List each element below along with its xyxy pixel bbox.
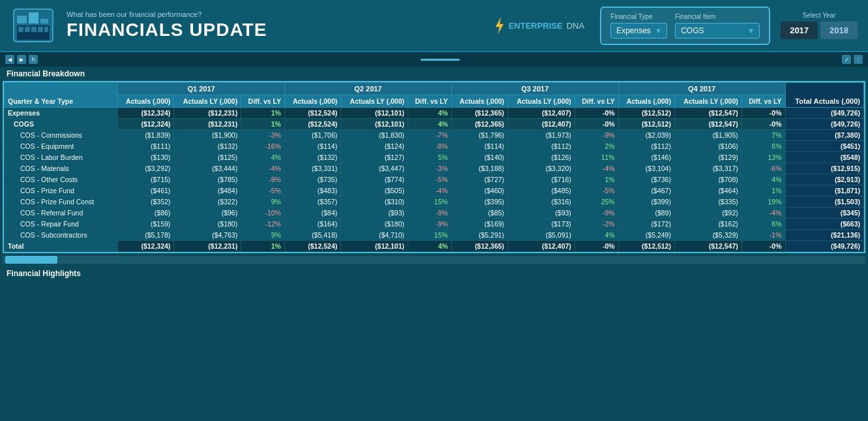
q4-diff-cell: 13% (741, 152, 785, 163)
forward-icon[interactable]: ▶ (17, 55, 26, 64)
q3-ly-cell: ($93) (508, 208, 575, 219)
q2-diff-cell: -8% (408, 141, 452, 152)
year-2017-button[interactable]: 2017 (781, 22, 818, 39)
q4-actuals-cell: ($146) (618, 152, 674, 163)
q1-diff-cell: 1% (241, 241, 285, 252)
q3-header: Q3 2017 (451, 83, 618, 95)
back-icon[interactable]: ◀ (5, 55, 14, 64)
q2-actuals-cell: ($12,524) (284, 119, 340, 130)
q4-ly-cell: ($1,905) (674, 130, 741, 141)
q3-actuals-cell: ($395) (451, 196, 507, 208)
q4-actuals-cell: ($112) (618, 141, 674, 152)
q1-ly-cell: ($96) (174, 208, 241, 219)
row-label-cell: COS - Repair Fund (5, 219, 118, 230)
financial-type-label: Financial Type (610, 13, 667, 20)
q4-diff-cell: 4% (741, 174, 785, 185)
financial-type-select-wrapper: Expenses Revenue Profit ▼ (610, 23, 667, 39)
header-subtitle: What has been our financial performance? (67, 10, 480, 18)
q3-actuals-cell: ($3,188) (451, 163, 507, 174)
q1-header: Q1 2017 (118, 83, 285, 95)
q3-ly-cell: ($485) (508, 185, 575, 196)
row-label-cell: COS - Subcontractors (5, 230, 118, 241)
q4-diff-cell: 6% (741, 219, 785, 230)
total-cell: ($663) (785, 219, 863, 230)
q3-ly-cell: ($112) (508, 141, 575, 152)
q1-ly-cell: ($785) (174, 174, 241, 185)
q2-actuals-cell: ($164) (284, 219, 340, 230)
q1-diff-cell: -4% (241, 163, 285, 174)
q2-diff-header: Diff. vs LY (408, 95, 452, 108)
q1-ly-cell: ($12,231) (174, 108, 241, 119)
year-selector: Select Year 2017 2018 (781, 12, 858, 39)
lightning-icon (490, 16, 509, 35)
q1-actuals-cell: ($159) (118, 219, 174, 230)
q4-ly-cell: ($12,547) (674, 108, 741, 119)
q3-actuals-cell: ($12,365) (451, 108, 507, 119)
total-cell: ($451) (785, 141, 863, 152)
row-label-cell: COS - Other Costs (5, 174, 118, 185)
q4-ly-cell: ($12,547) (674, 241, 741, 252)
top-bar-left-icons: ◀ ▶ ↻ (5, 55, 38, 64)
q1-diff-cell: -16% (241, 141, 285, 152)
financial-item-label: Financial Item (675, 13, 760, 20)
row-label-cell: COS - Materials (5, 163, 118, 174)
q2-actuals-cell: ($84) (284, 208, 340, 219)
q1-ly-cell: ($125) (174, 152, 241, 163)
q2-diff-cell: 4% (408, 241, 452, 252)
q1-ly-cell: ($180) (174, 219, 241, 230)
q1-ly-cell: ($4,763) (174, 230, 241, 241)
refresh-icon[interactable]: ↻ (29, 55, 38, 64)
q3-ly-cell: ($5,091) (508, 230, 575, 241)
q4-actuals-cell: ($12,512) (618, 108, 674, 119)
q3-actuals-cell: ($1,796) (451, 130, 507, 141)
q4-diff-cell: 7% (741, 130, 785, 141)
total-cell: ($12,915) (785, 163, 863, 174)
q3-diff-cell: -4% (575, 163, 618, 174)
q3-actuals-cell: ($727) (451, 174, 507, 185)
row-label-cell: COS - Labor Burden (5, 152, 118, 163)
q4-actuals-cell: ($172) (618, 219, 674, 230)
table-row: COS - Referral Fund ($86) ($96) -10% ($8… (5, 208, 864, 219)
q2-actuals-cell: ($483) (284, 185, 340, 196)
q3-ly-cell: ($12,407) (508, 241, 575, 252)
table-row: COS - Materials ($3,292) ($3,444) -4% ($… (5, 163, 864, 174)
q3-diff-cell: -0% (575, 119, 618, 130)
q4-ly-cell: ($708) (674, 174, 741, 185)
q1-actuals-cell: ($86) (118, 208, 174, 219)
q4-ly-header: Actuals LY (,000) (674, 95, 741, 108)
q1-ly-header: Actuals LY (,000) (174, 95, 241, 108)
q2-ly-cell: ($4,710) (341, 230, 408, 241)
q2-diff-cell: -9% (408, 219, 452, 230)
svg-rect-3 (40, 19, 48, 23)
table-row: COS - Repair Fund ($159) ($180) -12% ($1… (5, 219, 864, 230)
financial-item-control: Financial Item COGS SGA Other ▼ (675, 13, 760, 39)
q4-diff-cell: 1% (741, 185, 785, 196)
q1-diff-cell: -5% (241, 185, 285, 196)
horizontal-scrollbar[interactable] (3, 256, 865, 264)
q2-actuals-cell: ($114) (284, 141, 340, 152)
expand-icon[interactable]: ⤢ (842, 55, 851, 64)
q2-diff-cell: 5% (408, 152, 452, 163)
q4-ly-cell: ($3,317) (674, 163, 741, 174)
row-label-cell: COS - Commissions (5, 130, 118, 141)
q4-actuals-cell: ($467) (618, 185, 674, 196)
table-row: COS - Equipment ($111) ($132) -16% ($114… (5, 141, 864, 152)
q1-diff-cell: 9% (241, 230, 285, 241)
more-icon[interactable]: ⋮ (854, 55, 863, 64)
financial-type-control: Financial Type Expenses Revenue Profit ▼ (610, 13, 667, 39)
q1-diff-cell: 1% (241, 119, 285, 130)
row-label-cell: COS - Prize Fund (5, 185, 118, 196)
year-2018-button[interactable]: 2018 (820, 22, 858, 39)
financial-item-select[interactable]: COGS SGA Other (675, 23, 760, 39)
q1-actuals-cell: ($12,324) (118, 119, 174, 130)
q3-actuals-cell: ($12,365) (451, 119, 507, 130)
q3-actuals-header: Actuals (,000) (451, 95, 507, 108)
financial-table-container: Quarter & Year Type Q1 2017 Q2 2017 Q3 2… (3, 81, 865, 253)
q3-actuals-cell: ($169) (451, 219, 507, 230)
q1-diff-cell: -10% (241, 208, 285, 219)
q2-ly-cell: ($127) (341, 152, 408, 163)
q4-actuals-cell: ($2,039) (618, 130, 674, 141)
q3-actuals-cell: ($12,365) (451, 241, 507, 252)
q1-actuals-cell: ($12,324) (118, 108, 174, 119)
financial-type-select[interactable]: Expenses Revenue Profit (610, 23, 667, 39)
